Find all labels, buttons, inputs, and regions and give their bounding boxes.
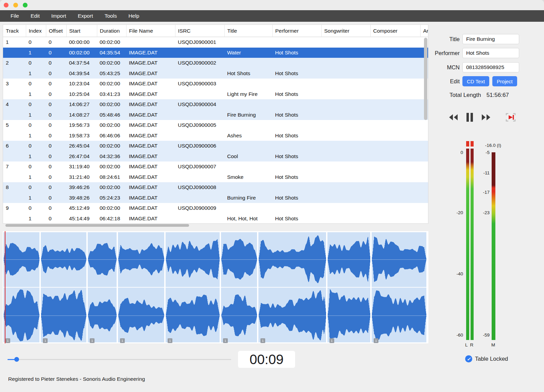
table-cell[interactable]: IMAGE.DAT — [126, 141, 175, 151]
menu-file[interactable]: File — [5, 10, 25, 22]
table-cell[interactable]: 00:02:00 — [97, 58, 126, 68]
table-cell[interactable]: 05:43:25 — [97, 68, 126, 79]
table-cell[interactable]: IMAGE.DAT — [126, 58, 175, 68]
table-cell[interactable] — [321, 79, 370, 89]
table-row[interactable]: 1000:02:0004:35:54IMAGE.DATWaterHot Shot… — [3, 48, 428, 58]
performer-input[interactable] — [462, 48, 519, 58]
table-cell[interactable]: Smoke — [224, 172, 272, 183]
table-cell[interactable]: 0 — [46, 161, 66, 172]
table-cell[interactable] — [370, 172, 420, 183]
menu-edit[interactable]: Edit — [25, 10, 46, 22]
table-cell[interactable]: USQDJ0900001 — [175, 37, 224, 48]
table-row[interactable]: 30010:23:0400:02:00IMAGE.DATUSQDJ0900003 — [3, 79, 428, 89]
table-cell[interactable]: 0 — [46, 37, 66, 48]
table-cell[interactable] — [321, 193, 370, 203]
slider-track[interactable] — [7, 359, 231, 360]
table-cell[interactable]: 0 — [46, 214, 66, 224]
table-cell[interactable]: 0 — [26, 79, 46, 89]
table-cell[interactable]: 45:12:49 — [66, 203, 97, 214]
table-cell[interactable] — [370, 141, 420, 151]
table-row[interactable]: 1045:14:4906:42:18IMAGE.DATHot, Hot, Hot… — [3, 214, 428, 224]
menu-export[interactable]: Export — [72, 10, 99, 22]
table-cell[interactable] — [272, 141, 321, 151]
table-cell[interactable] — [3, 131, 26, 141]
table-cell[interactable]: IMAGE.DAT — [126, 68, 175, 79]
table-cell[interactable]: USQDJ0900006 — [175, 141, 224, 151]
table-cell[interactable]: Cool — [224, 151, 272, 162]
close-window-button[interactable] — [4, 3, 8, 7]
table-cell[interactable]: 10:23:04 — [66, 79, 97, 89]
table-cell[interactable]: 0 — [46, 79, 66, 89]
table-cell[interactable] — [224, 99, 272, 110]
table-cell[interactable] — [370, 48, 420, 58]
table-row[interactable]: 1031:21:4008:24:61IMAGE.DATSmokeHot Shot… — [3, 172, 428, 183]
table-cell[interactable] — [272, 79, 321, 89]
table-cell[interactable]: 8 — [3, 182, 26, 193]
table-cell[interactable]: Hot Shots — [272, 172, 321, 183]
table-cell[interactable]: 05:24:23 — [97, 193, 126, 203]
table-cell[interactable]: 19:58:73 — [66, 131, 97, 141]
vertical-scrollbar-thumb[interactable] — [424, 38, 427, 120]
waveform-display[interactable]: 111111111 — [3, 231, 428, 343]
table-cell[interactable]: 0 — [26, 58, 46, 68]
table-cell[interactable]: 0 — [46, 193, 66, 203]
column-header-title[interactable]: Title — [224, 25, 272, 37]
goto-marker-icon[interactable] — [505, 112, 516, 122]
table-cell[interactable]: 2 — [3, 58, 26, 68]
table-cell[interactable]: Hot, Hot, Hot — [224, 214, 272, 224]
table-locked-checkbox[interactable]: ✓ — [465, 355, 472, 362]
table-cell[interactable]: 45:14:49 — [66, 214, 97, 224]
table-cell[interactable]: 1 — [26, 48, 46, 58]
table-cell[interactable] — [272, 120, 321, 131]
table-row[interactable]: 1019:58:7306:46:06IMAGE.DATAshesHot Shot… — [3, 131, 428, 141]
table-cell[interactable]: Hot Shots — [272, 193, 321, 203]
table-cell[interactable]: IMAGE.DAT — [126, 110, 175, 120]
table-cell[interactable]: 0 — [46, 110, 66, 120]
table-cell[interactable]: USQDJ0900004 — [175, 99, 224, 110]
table-cell[interactable] — [175, 110, 224, 120]
slider-thumb[interactable] — [14, 357, 19, 362]
table-cell[interactable] — [224, 161, 272, 172]
table-cell[interactable] — [370, 99, 420, 110]
column-header-index[interactable]: Index — [26, 25, 46, 37]
table-cell[interactable]: IMAGE.DAT — [126, 182, 175, 193]
column-header-duration[interactable]: Duration — [97, 25, 126, 37]
table-cell[interactable] — [370, 182, 420, 193]
table-row[interactable]: 20004:37:5400:02:00IMAGE.DATUSQDJ0900002 — [3, 58, 428, 68]
table-cell[interactable] — [224, 203, 272, 214]
table-cell[interactable]: Hot Shots — [272, 131, 321, 141]
table-cell[interactable]: Hot Shots — [272, 89, 321, 100]
table-row[interactable]: 1014:08:2705:48:46IMAGE.DATFire BurningH… — [3, 110, 428, 120]
table-cell[interactable] — [126, 37, 175, 48]
table-cell[interactable]: 00:02:00 — [97, 37, 126, 48]
table-cell[interactable]: 0 — [46, 48, 66, 58]
table-cell[interactable] — [370, 37, 420, 48]
minimize-window-button[interactable] — [13, 3, 18, 7]
table-cell[interactable] — [272, 99, 321, 110]
table-cell[interactable]: IMAGE.DAT — [126, 79, 175, 89]
column-header-performer[interactable]: Performer — [272, 25, 321, 37]
table-cell[interactable] — [3, 172, 26, 183]
table-cell[interactable]: Light my Fire — [224, 89, 272, 100]
column-header-isrc[interactable]: ISRC — [175, 25, 224, 37]
table-cell[interactable]: 00:02:00 — [97, 203, 126, 214]
project-button[interactable]: Project — [492, 76, 517, 86]
vertical-scrollbar[interactable] — [424, 38, 427, 223]
table-cell[interactable]: 00:02:00 — [97, 120, 126, 131]
table-cell[interactable]: 0 — [46, 182, 66, 193]
table-cell[interactable] — [224, 182, 272, 193]
table-cell[interactable]: 0 — [46, 68, 66, 79]
table-cell[interactable] — [321, 172, 370, 183]
table-cell[interactable] — [175, 151, 224, 162]
table-cell[interactable]: 08:24:61 — [97, 172, 126, 183]
column-header-track[interactable]: Track — [3, 25, 26, 37]
table-cell[interactable] — [321, 99, 370, 110]
table-cell[interactable] — [321, 68, 370, 79]
table-cell[interactable] — [3, 89, 26, 100]
table-cell[interactable] — [3, 48, 26, 58]
table-cell[interactable]: 04:32:36 — [97, 151, 126, 162]
table-cell[interactable] — [370, 193, 420, 203]
table-cell[interactable]: 0 — [46, 99, 66, 110]
table-cell[interactable]: 1 — [26, 131, 46, 141]
table-cell[interactable]: 00:00:00 — [66, 37, 97, 48]
